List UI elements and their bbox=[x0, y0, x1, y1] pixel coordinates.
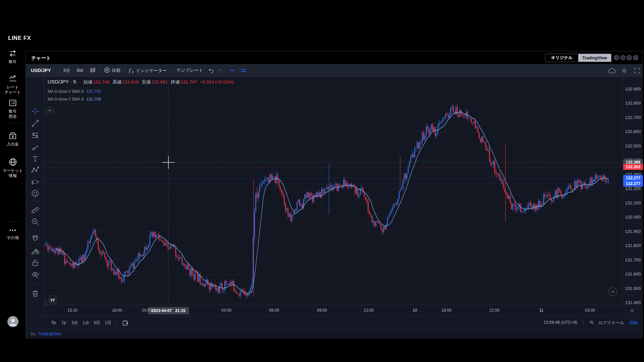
sidebar-item-label: レートチャート bbox=[0, 85, 25, 95]
time-tick-label: 11 bbox=[539, 308, 543, 313]
crosshair-tool-icon[interactable] bbox=[31, 107, 40, 116]
logo-line: LINE bbox=[8, 35, 22, 41]
fullscreen-icon[interactable] bbox=[634, 67, 640, 73]
sidebar-item-others[interactable]: その他 bbox=[0, 228, 25, 240]
sidebar-item-trade[interactable]: 取引 bbox=[0, 49, 25, 64]
go-to-date-icon[interactable] bbox=[122, 320, 129, 327]
tradingview-mode-button[interactable]: TradingView bbox=[578, 54, 611, 62]
close-icon[interactable]: × bbox=[633, 55, 638, 60]
ma-legend-row[interactable]: MA 9 close 0 SMA 9131.703 bbox=[48, 89, 234, 94]
sidebar-item-label: その他 bbox=[0, 235, 25, 240]
pattern-tool-icon[interactable] bbox=[31, 166, 40, 174]
range-button-5y[interactable]: 5y bbox=[51, 320, 56, 325]
fib-tool-icon[interactable] bbox=[31, 131, 40, 140]
chart-canvas[interactable]: USD/JPY · 5始値131.743高値131.818安値131.661終値… bbox=[44, 77, 623, 305]
price-tick-label: 132.100 bbox=[623, 200, 643, 205]
scroll-right-button[interactable]: » bbox=[608, 287, 617, 296]
trash-tool-icon[interactable] bbox=[31, 289, 40, 298]
magnet-tool-icon[interactable] bbox=[31, 234, 40, 243]
help-icon[interactable]: ? bbox=[614, 55, 619, 60]
popout-icon[interactable] bbox=[627, 55, 632, 60]
auto-scale-button[interactable]: 自動 bbox=[629, 320, 638, 326]
interval-button[interactable]: 5分 bbox=[63, 64, 70, 77]
original-mode-button[interactable]: オリジナル bbox=[545, 54, 578, 62]
price-tick-label: 131.700 bbox=[623, 257, 643, 262]
trend-line-tool-icon[interactable] bbox=[31, 119, 40, 128]
tradingview-link[interactable]: TradingView bbox=[38, 331, 61, 336]
time-tick-label: 20:00 bbox=[142, 308, 152, 313]
sidebar-item-label: 入出金 bbox=[0, 142, 25, 147]
symbol-button[interactable]: USD/JPY bbox=[31, 64, 51, 77]
price-tick-label: 132.800 bbox=[623, 101, 643, 106]
ohlc-value: 131.661 bbox=[151, 79, 168, 84]
time-tick-label: 03:00 bbox=[585, 308, 595, 313]
mode-toggle: オリジナル TradingView bbox=[545, 54, 611, 62]
templates-button[interactable]: テンプレート bbox=[176, 64, 203, 77]
toolbar-collapse-handle[interactable]: ‹ bbox=[44, 301, 47, 305]
time-tick-label: 21:00 bbox=[489, 308, 499, 313]
redo-button[interactable] bbox=[217, 67, 223, 73]
brush-tool-icon[interactable] bbox=[31, 143, 40, 152]
user-avatar[interactable] bbox=[7, 316, 18, 327]
ohlc-label: 安値 bbox=[142, 79, 151, 84]
legend-symbol[interactable]: USD/JPY · 5 bbox=[48, 79, 76, 84]
legend-collapse-button[interactable] bbox=[46, 107, 54, 114]
compare-button[interactable]: 比較 bbox=[104, 64, 121, 77]
sidebar-item-rate-chart[interactable]: レートチャート bbox=[0, 74, 25, 95]
ohlc-value: 131.818 bbox=[122, 79, 139, 84]
forecast-tool-icon[interactable] bbox=[31, 178, 40, 186]
range-button-3分[interactable]: 3分 bbox=[71, 320, 78, 326]
text-tool-icon[interactable] bbox=[31, 155, 40, 163]
price-tick-label: 132.600 bbox=[623, 129, 643, 134]
sidebar-item-trade-inquiry[interactable]: 取引照会 bbox=[0, 99, 25, 119]
range-button-5日[interactable]: 5日 bbox=[94, 320, 100, 326]
price-axis[interactable]: 132.900132.800132.700132.600132.500132.4… bbox=[623, 77, 643, 305]
time-axis-settings-icon[interactable] bbox=[629, 308, 635, 314]
lock-tool-icon[interactable] bbox=[31, 258, 40, 267]
double-line-tool-button[interactable] bbox=[240, 67, 247, 73]
indicators-button[interactable]: ƒxインジケーター bbox=[128, 64, 167, 77]
log-scale-button[interactable]: ログスケール bbox=[599, 320, 624, 326]
hide-drawings-tool-icon[interactable] bbox=[31, 270, 40, 279]
ohlc-label: 高値 bbox=[113, 79, 122, 84]
cloud-save-icon[interactable] bbox=[608, 67, 616, 73]
chart-settings-icon[interactable] bbox=[621, 67, 628, 73]
price-tick-label: 132.200 bbox=[623, 186, 643, 191]
range-button-1y[interactable]: 1y bbox=[61, 320, 66, 325]
drawing-lock-tool-icon[interactable] bbox=[31, 246, 40, 255]
chart-panel: チャート オリジナル TradingView ? × USD/JPY 5分 Bi… bbox=[25, 51, 643, 339]
time-tick-label: 15:10 bbox=[67, 308, 77, 313]
price-tick-label: 131.600 bbox=[623, 272, 643, 277]
sidebar-item-market-info[interactable]: マーケット情報 bbox=[0, 158, 25, 178]
time-tick-label: 09:00 bbox=[317, 308, 327, 313]
percent-scale-button[interactable]: % bbox=[590, 320, 593, 325]
deposit-withdraw-icon bbox=[8, 131, 17, 140]
emoji-tool-icon[interactable] bbox=[31, 189, 40, 198]
panel-header: チャート オリジナル TradingView ? × bbox=[26, 51, 642, 64]
sidebar-item-label: マーケット情報 bbox=[0, 168, 25, 178]
range-button-1日[interactable]: 1日 bbox=[105, 320, 111, 326]
ohlc-value: 131.747 bbox=[180, 79, 197, 84]
trade-inquiry-icon bbox=[8, 99, 17, 107]
sidebar-item-deposit-withdraw[interactable]: 入出金 bbox=[0, 131, 25, 147]
undo-button[interactable] bbox=[208, 67, 214, 73]
bottom-toolbar: 5y1y3分1分5日1日 13:56:46 (UTC+9) % ログスケール 自… bbox=[26, 316, 642, 329]
ohlc-label: 終値 bbox=[171, 79, 180, 84]
price-type-button[interactable]: Bid bbox=[77, 64, 83, 77]
price-tick-label: 132.000 bbox=[623, 215, 643, 220]
candle-style-button[interactable] bbox=[90, 67, 96, 73]
single-line-tool-button[interactable] bbox=[229, 67, 235, 73]
zoom-in-tool-icon[interactable] bbox=[31, 218, 40, 226]
ma-legend-row[interactable]: MA 9 close 0 SMA 9131.703 bbox=[48, 97, 234, 102]
time-tick-label: 18:00 bbox=[112, 308, 122, 313]
price-tick-label: 131.900 bbox=[623, 229, 643, 234]
ruler-tool-icon[interactable] bbox=[31, 205, 40, 214]
candlestick-chart[interactable] bbox=[44, 77, 623, 305]
settings-icon[interactable] bbox=[620, 55, 626, 60]
clock-label[interactable]: 13:56:46 (UTC+9) bbox=[544, 320, 577, 325]
time-axis[interactable]: 2023-04-07 21:15 15:1018:0020:0003:0006:… bbox=[44, 305, 643, 316]
market-info-icon bbox=[8, 158, 17, 167]
sidebar-divider bbox=[5, 221, 21, 222]
range-button-1分[interactable]: 1分 bbox=[83, 320, 89, 326]
chart-toolbar: USD/JPY 5分 Bid 比較 ƒxインジケーター テンプレート bbox=[26, 64, 642, 77]
